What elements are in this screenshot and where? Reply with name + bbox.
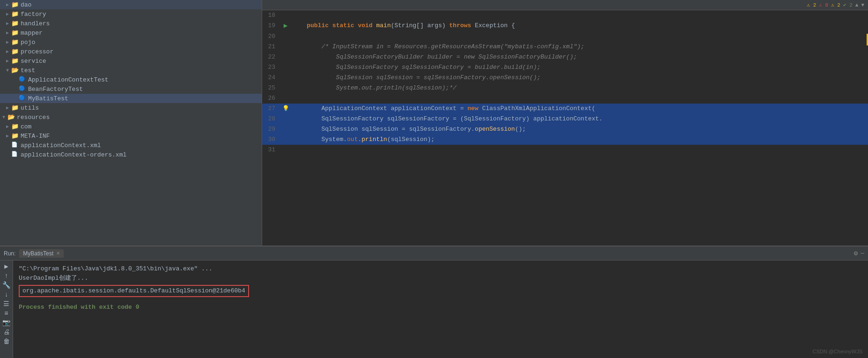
tree-arrow-resources: ▼ <box>0 113 7 121</box>
delete-icon[interactable]: 🗑 <box>3 338 10 345</box>
sidebar-item-resources[interactable]: ▼ 📂 resources <box>0 112 262 122</box>
run-output: "C:\Program Files\Java\jdk1.8.0_351\bin\… <box>13 261 868 358</box>
sidebar-item-processor[interactable]: ▶ 📁 processor <box>0 47 262 56</box>
run-toolbar: ▶ ↑ 🔧 ↓ ☰ ≡ 📷 🖨 🗑 <box>0 261 13 358</box>
folder-icon-mapper: 📁 <box>11 29 19 37</box>
sidebar-label-handlers: handlers <box>21 20 50 27</box>
tree-arrow-appctxtest <box>11 76 19 83</box>
indicator-error: ⚠ 8 <box>819 2 828 8</box>
sidebar-item-utils[interactable]: ▶ 📁 utils <box>0 103 262 112</box>
line-content-18 <box>290 10 868 21</box>
sidebar-label-mapper: mapper <box>21 30 43 37</box>
editor-header: ⚠ 2 ⚠ 8 ⚠ 2 ✔ 2 ▲ ▼ <box>262 0 868 10</box>
line-content-30: System.out.println(sqlSession); <box>290 134 868 145</box>
folder-icon-resources: 📂 <box>7 113 15 121</box>
sidebar-item-service[interactable]: ▶ 📁 service <box>0 56 262 66</box>
sidebar-label-appctxorders: applicationContext-orders.xml <box>21 151 126 158</box>
xml-icon-appctxorders: 📄 <box>11 151 19 158</box>
line-gutter-23 <box>281 62 290 73</box>
code-line-20: 20 <box>262 31 868 42</box>
wrench-icon[interactable]: 🔧 <box>2 282 10 289</box>
sidebar-item-com[interactable]: ▶ 📁 com <box>0 122 262 131</box>
folder-icon-test: 📂 <box>11 67 19 74</box>
spring-icon-beanfactory: 🔵 <box>19 85 26 93</box>
run-tab-mybatistest[interactable]: MyBatisTest ✕ <box>19 249 64 258</box>
indicator-chevron-down[interactable]: ▼ <box>861 2 864 8</box>
run-arrow-icon[interactable]: ▶ <box>284 22 287 30</box>
sidebar-item-test[interactable]: ▼ 📂 test <box>0 66 262 75</box>
sidebar-label-mybatis: MyBatisTest <box>28 95 68 102</box>
line-content-25: System.out.println(sqlSession);*/ <box>290 83 868 93</box>
sidebar-item-applicationcontext-orders-xml[interactable]: 📄 applicationContext-orders.xml <box>0 150 262 159</box>
folder-icon-pojo: 📁 <box>11 38 19 46</box>
minimize-icon[interactable]: — <box>861 250 864 257</box>
code-line-23: 23 SqlSessionFactory sqlSessionFactory =… <box>262 62 868 73</box>
folder-icon-metainf: 📁 <box>11 132 19 140</box>
line-gutter-21 <box>281 42 290 52</box>
run-tab-bar: Run: MyBatisTest ✕ ⚙ — <box>0 246 868 261</box>
indicator-warn-1: ⚠ 2 <box>807 2 816 8</box>
print-icon[interactable]: 🖨 <box>3 329 10 336</box>
sidebar-item-metainf[interactable]: ▶ 📁 META-INF <box>0 131 262 141</box>
line-num-24: 24 <box>262 73 281 83</box>
code-line-25: 25 System.out.println(sqlSession);*/ <box>262 83 868 93</box>
up-icon[interactable]: ↑ <box>4 273 8 279</box>
sidebar-item-pojo[interactable]: ▶ 📁 pojo <box>0 37 262 47</box>
code-line-18: 18 <box>262 10 868 21</box>
tree-arrow-test: ▼ <box>4 67 11 74</box>
tree-arrow-mybatis <box>11 95 19 102</box>
indicator-chevron-up[interactable]: ▲ <box>855 2 859 8</box>
sidebar-item-mybatistest[interactable]: 🔵 MyBatisTest <box>0 94 262 103</box>
sidebar-item-mapper[interactable]: ▶ 📁 mapper <box>0 28 262 37</box>
line-content-23: SqlSessionFactory sqlSessionFactory = bu… <box>290 62 868 73</box>
sidebar-item-applicationcontexttest[interactable]: 🔵 ApplicationContextTest <box>0 75 262 84</box>
tree-arrow-utils: ▶ <box>4 104 11 112</box>
line-gutter-27: 💡 <box>281 104 290 114</box>
code-line-24: 24 SqlSession sqlSession = sqlSessionFac… <box>262 73 868 83</box>
output-line-process: Process finished with exit code 0 <box>19 303 862 312</box>
code-line-26: 26 <box>262 93 868 104</box>
tree-arrow-com: ▶ <box>4 123 11 130</box>
indicator-ok: ✔ 2 <box>843 2 853 8</box>
csdn-watermark: CSDN @ChennyWJS <box>812 349 862 354</box>
sidebar-item-factory[interactable]: ▶ 📁 factory <box>0 9 262 19</box>
code-editor: ⚠ 2 ⚠ 8 ⚠ 2 ✔ 2 ▲ ▼ 18 19 ▶ <box>262 0 868 246</box>
line-gutter-24 <box>281 73 290 83</box>
folder-icon-utils: 📁 <box>11 104 19 112</box>
list2-icon[interactable]: ≡ <box>4 310 8 317</box>
bottom-panel: Run: MyBatisTest ✕ ⚙ — ▶ ↑ 🔧 ↓ ☰ ≡ 📷 🖨 🗑… <box>0 246 868 358</box>
sidebar-item-beanfactorytest[interactable]: 🔵 BeanFactoryTest <box>0 84 262 94</box>
line-gutter-22 <box>281 52 290 62</box>
gear-icon[interactable]: ⚙ <box>854 249 858 257</box>
bulb-icon[interactable]: 💡 <box>282 105 289 112</box>
play-icon[interactable]: ▶ <box>4 263 8 270</box>
editor-indicators: ⚠ 2 ⚠ 8 ⚠ 2 ✔ 2 ▲ ▼ <box>807 2 864 8</box>
code-line-22: 22 SqlSessionFactoryBuilder builder = ne… <box>262 52 868 62</box>
sidebar-item-dao[interactable]: ▶ 📁 dao <box>0 0 262 9</box>
line-content-28: SqlSessionFactory sqlSessionFactory = (S… <box>290 114 868 124</box>
list-icon[interactable]: ☰ <box>3 301 9 307</box>
camera-icon[interactable]: 📷 <box>2 320 10 326</box>
tree-arrow-factory: ▶ <box>4 10 11 18</box>
output-blank <box>19 299 862 303</box>
folder-icon-com: 📁 <box>11 123 19 130</box>
sidebar-item-applicationcontext-xml[interactable]: 📄 applicationContext.xml <box>0 141 262 150</box>
sidebar-label-metainf: META-INF <box>21 133 50 140</box>
line-num-23: 23 <box>262 62 281 73</box>
line-num-30: 30 <box>262 134 281 145</box>
code-line-28: 28 SqlSessionFactory sqlSessionFactory =… <box>262 114 868 124</box>
tree-arrow-metainf: ▶ <box>4 132 11 140</box>
sidebar-label-test: test <box>21 67 35 74</box>
line-gutter-18 <box>281 10 290 21</box>
run-tab-close[interactable]: ✕ <box>56 251 60 256</box>
sidebar-label-resources: resources <box>17 114 50 121</box>
tree-arrow-handlers: ▶ <box>4 20 11 27</box>
code-line-27: 27 💡 ApplicationContext applicationConte… <box>262 104 868 114</box>
line-gutter-25 <box>281 83 290 93</box>
sidebar-label-service: service <box>21 58 46 65</box>
line-gutter-30 <box>281 134 290 145</box>
sidebar-label-processor: processor <box>21 48 53 55</box>
tree-arrow-mapper: ▶ <box>4 29 11 37</box>
sidebar-item-handlers[interactable]: ▶ 📁 handlers <box>0 19 262 28</box>
down-icon[interactable]: ↓ <box>4 291 8 298</box>
